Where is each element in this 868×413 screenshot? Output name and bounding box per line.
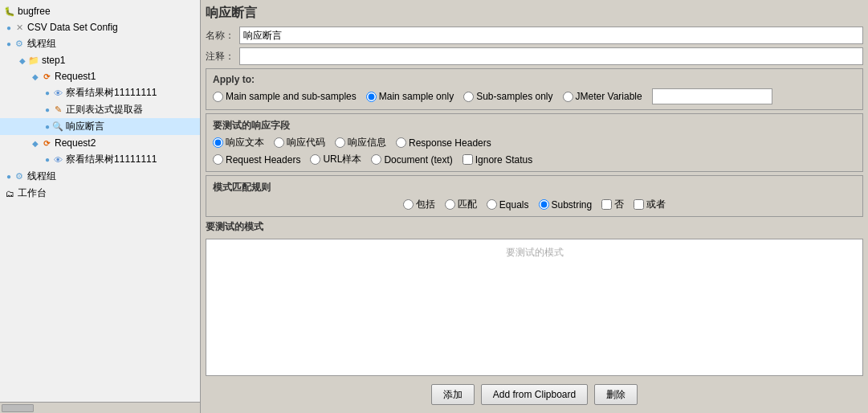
tree-item-threadgroup1[interactable]: ● ⚙ 线程组 <box>0 35 200 52</box>
radio-contains[interactable]: 包括 <box>403 198 435 211</box>
radio-resp-code-label[interactable]: 响应代码 <box>287 136 325 149</box>
left-panel: 🐛 bugfree ● ✕ CSV Data Set Config ● ⚙ 线程… <box>0 0 201 413</box>
radio-main-only[interactable]: Main sample only <box>366 91 454 102</box>
tree-item-assertion1[interactable]: ● 🔍 响应断言 <box>0 118 200 135</box>
radio-substring[interactable]: Substring <box>539 199 593 211</box>
test-pattern-section: 要测试的模式 要测试的模式 <box>206 220 863 376</box>
tree-item-regex1[interactable]: ● ✎ 正则表达式提取器 <box>0 101 200 118</box>
test-pattern-textarea[interactable] <box>206 239 862 375</box>
connector-csv: ● <box>6 23 11 32</box>
comment-label: 注释： <box>206 50 234 63</box>
tree-area[interactable]: 🐛 bugfree ● ✕ CSV Data Set Config ● ⚙ 线程… <box>0 0 200 402</box>
tree-item-view2[interactable]: ● 👁 察看结果树11111111 <box>0 151 200 168</box>
radio-url-sample-input[interactable] <box>310 154 320 165</box>
radio-document-input[interactable] <box>371 154 381 165</box>
checkbox-ignore-status[interactable]: Ignore Status <box>463 154 532 166</box>
radio-resp-text[interactable]: 响应文本 <box>213 136 264 149</box>
tree-item-view1[interactable]: ● 👁 察看结果树11111111 <box>0 84 200 101</box>
radio-equals[interactable]: Equals <box>487 199 529 211</box>
checkbox-ignore-status-input[interactable] <box>463 154 473 165</box>
radio-resp-code[interactable]: 响应代码 <box>274 136 325 149</box>
tree-label: Request2 <box>55 137 96 149</box>
radio-contains-label[interactable]: 包括 <box>416 198 435 211</box>
tree-label: Request1 <box>55 71 96 82</box>
radio-main-only-label[interactable]: Main sample only <box>379 91 454 102</box>
radio-main-sub-label[interactable]: Main sample and sub-samples <box>226 91 357 102</box>
radio-contains-input[interactable] <box>403 199 414 210</box>
radio-resp-text-input[interactable] <box>213 137 223 148</box>
radio-resp-headers-label[interactable]: Response Headers <box>409 137 491 149</box>
radio-main-sub[interactable]: Main sample and sub-samples <box>213 91 357 102</box>
radio-main-sub-input[interactable] <box>213 92 223 102</box>
radio-document-label[interactable]: Document (text) <box>384 154 452 166</box>
left-scrollbar[interactable] <box>0 402 200 413</box>
add-from-clipboard-button[interactable]: Add from Clipboard <box>481 384 588 405</box>
apply-to-title: Apply to: <box>213 74 856 85</box>
checkbox-or-input[interactable] <box>634 199 644 210</box>
tree-label: 线程组 <box>27 170 56 183</box>
radio-sub-only-input[interactable] <box>463 92 474 102</box>
checkbox-negate-label[interactable]: 否 <box>614 198 624 211</box>
checkbox-or-label[interactable]: 或者 <box>646 198 666 211</box>
add-button[interactable]: 添加 <box>431 384 475 405</box>
radio-equals-input[interactable] <box>487 199 497 210</box>
delete-button[interactable]: 删除 <box>594 384 638 405</box>
tree-item-csv[interactable]: ● ✕ CSV Data Set Config <box>0 19 200 35</box>
workbench-icon: 🗂 <box>3 187 16 200</box>
radio-substring-label[interactable]: Substring <box>552 199 593 211</box>
radio-resp-info-label[interactable]: 响应信息 <box>348 136 386 149</box>
radio-document[interactable]: Document (text) <box>371 154 452 166</box>
radio-jmeter-var-input[interactable] <box>563 92 573 102</box>
regex-icon: ✎ <box>51 104 64 117</box>
tree-label: bugfree <box>18 6 51 17</box>
tree-item-request2[interactable]: ◆ ⟳ Request2 <box>0 135 200 151</box>
response-field-title: 要测试的响应字段 <box>213 119 856 133</box>
radio-matches[interactable]: 匹配 <box>445 198 477 211</box>
radio-url-sample[interactable]: URL样本 <box>310 153 361 166</box>
radio-jmeter-var-label[interactable]: JMeter Variable <box>576 91 642 102</box>
http-icon: ⟳ <box>40 70 53 83</box>
name-label: 名称： <box>206 29 234 43</box>
pattern-match-section: 模式匹配规则 包括 匹配 Equals <box>206 175 863 217</box>
radio-sub-only-label[interactable]: Sub-samples only <box>476 91 552 102</box>
radio-req-headers[interactable]: Request Headers <box>213 154 300 166</box>
checkbox-ignore-status-label[interactable]: Ignore Status <box>475 154 532 166</box>
radio-req-headers-label[interactable]: Request Headers <box>226 154 300 166</box>
comment-input[interactable] <box>239 47 863 65</box>
comment-row: 注释： <box>206 47 863 65</box>
radio-matches-label[interactable]: 匹配 <box>458 198 477 211</box>
tree-item-request1[interactable]: ◆ ⟳ Request1 <box>0 68 200 84</box>
name-row: 名称： <box>206 27 863 44</box>
radio-sub-only[interactable]: Sub-samples only <box>463 91 552 102</box>
checkbox-negate[interactable]: 否 <box>601 198 624 211</box>
radio-resp-text-label[interactable]: 响应文本 <box>226 136 264 149</box>
radio-equals-label[interactable]: Equals <box>499 199 529 211</box>
radio-resp-info-input[interactable] <box>335 137 345 148</box>
tree-item-workbench[interactable]: 🗂 工作台 <box>0 185 200 202</box>
tree-label: 响应断言 <box>66 120 104 133</box>
radio-req-headers-input[interactable] <box>213 154 223 165</box>
radio-resp-headers-input[interactable] <box>396 137 406 148</box>
apply-to-radio-group: Main sample and sub-samples Main sample … <box>213 88 856 104</box>
tree-item-step1[interactable]: ◆ 📁 step1 <box>0 52 200 68</box>
radio-substring-input[interactable] <box>539 199 549 210</box>
radio-matches-input[interactable] <box>445 199 455 210</box>
checkbox-or[interactable]: 或者 <box>634 198 666 211</box>
name-input[interactable] <box>239 27 863 44</box>
connector-tg2: ● <box>6 172 11 181</box>
tree-label: 线程组 <box>27 37 56 51</box>
tree-item-bugfree[interactable]: 🐛 bugfree <box>0 3 200 19</box>
radio-jmeter-var[interactable]: JMeter Variable <box>563 91 642 102</box>
radio-resp-code-input[interactable] <box>274 137 284 148</box>
gear2-icon: ⚙ <box>13 170 26 183</box>
connector-req2: ◆ <box>32 139 39 148</box>
radio-resp-headers[interactable]: Response Headers <box>396 137 491 149</box>
radio-url-sample-label[interactable]: URL样本 <box>323 153 361 166</box>
connector-assertion1: ● <box>45 122 50 131</box>
radio-main-only-input[interactable] <box>366 92 377 102</box>
checkbox-negate-input[interactable] <box>601 199 612 210</box>
tree-item-threadgroup2[interactable]: ● ⚙ 线程组 <box>0 168 200 185</box>
radio-resp-info[interactable]: 响应信息 <box>335 136 386 149</box>
jmeter-variable-input[interactable] <box>652 88 772 104</box>
scrollbar-thumb[interactable] <box>2 404 34 412</box>
